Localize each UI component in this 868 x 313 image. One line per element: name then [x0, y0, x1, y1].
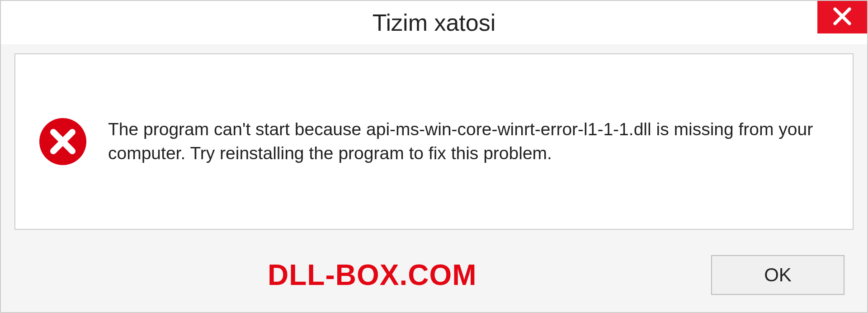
watermark-text: DLL-BOX.COM — [268, 258, 477, 292]
close-icon — [832, 6, 852, 28]
ok-button[interactable]: OK — [711, 255, 844, 295]
close-button[interactable] — [817, 1, 867, 33]
dialog-title: Tizim xatosi — [373, 9, 496, 36]
error-message: The program can't start because api-ms-w… — [108, 118, 830, 165]
error-icon — [38, 117, 88, 166]
content-panel: The program can't start because api-ms-w… — [14, 53, 854, 230]
titlebar: Tizim xatosi — [1, 1, 867, 44]
footer: DLL-BOX.COM OK — [1, 237, 867, 312]
ok-button-label: OK — [764, 264, 792, 286]
dialog-window: Tizim xatosi The program can't start bec… — [0, 0, 868, 313]
